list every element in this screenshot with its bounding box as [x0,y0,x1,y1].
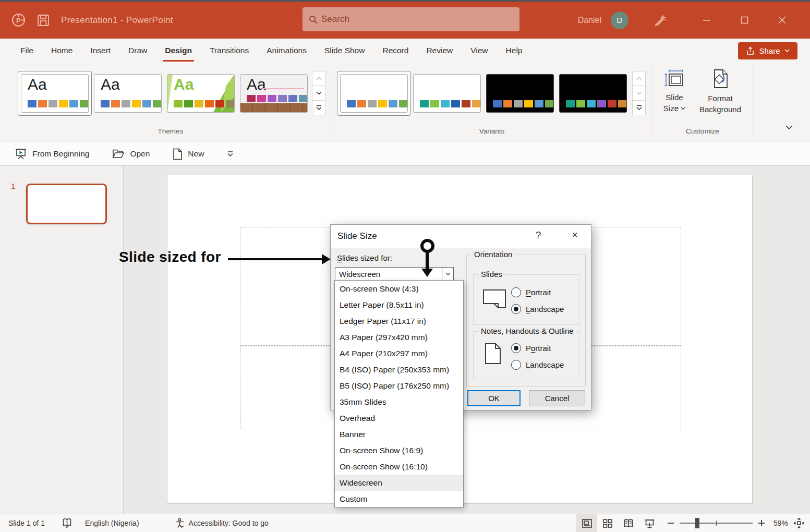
portrait-page-icon [484,342,502,365]
from-beginning-button[interactable]: From Beginning [15,148,89,160]
ribbon-tab-design[interactable]: Design [156,39,201,64]
dropdown-item-selected[interactable]: Widescreen [335,475,463,491]
dropdown-item[interactable]: Overhead [335,410,463,426]
variant-swatches [493,100,554,107]
dropdown-item[interactable]: 35mm Slides [335,394,463,410]
quickbar-more-icon[interactable] [227,151,234,157]
theme-thumbnail-facet[interactable]: Aa [167,74,235,113]
slide-size-icon [664,69,685,88]
variant-swatches [566,100,627,107]
share-chevron-icon [784,49,790,53]
theme-swatches [174,100,235,107]
ribbon-tab-view[interactable]: View [462,39,497,64]
accessibility-icon [175,518,185,528]
slides-sized-for-combobox[interactable]: Widescreen [335,267,454,281]
ribbon-tab-review[interactable]: Review [417,39,462,64]
open-button[interactable]: Open [112,149,150,159]
zoom-slider[interactable] [680,514,753,532]
dropdown-item[interactable]: A3 Paper (297x420 mm) [335,329,463,345]
slides-orientation-group: Slides Portrait Landscape [473,274,579,325]
zoom-in-button[interactable] [758,519,765,527]
dropdown-item[interactable]: Ledger Paper (11x17 in) [335,313,463,329]
theme-thumbnail-gallery[interactable]: Aa [240,74,308,113]
zoom-out-button[interactable] [667,519,674,527]
ribbon-tab-home[interactable]: Home [42,39,81,64]
ribbon-tab-animations[interactable]: Animations [258,39,316,64]
radio-notes-portrait[interactable] [511,343,521,353]
share-button[interactable]: Share [738,42,797,59]
titlebar: P Presentation1 - PowerPoint Search Dani… [0,0,810,39]
powerpoint-logo-icon[interactable]: P [11,13,26,27]
dropdown-item[interactable]: On-screen Show (16:9) [335,442,463,458]
ribbon-tab-transitions[interactable]: Transitions [201,39,258,64]
format-background-button[interactable]: FormatBackground [693,69,748,115]
variants-scroll-up-button[interactable] [632,71,646,86]
proofing-book-icon[interactable] [62,518,72,528]
variant-thumbnail-3[interactable] [486,74,554,113]
new-button[interactable]: New [173,148,204,160]
ribbon-tab-record[interactable]: Record [373,39,417,64]
collapse-ribbon-icon[interactable] [785,125,793,130]
dialog-help-button[interactable]: ? [532,229,545,241]
ribbon-tab-slideshow[interactable]: Slide Show [316,39,374,64]
ribbon-tab-file[interactable]: File [11,39,42,64]
combobox-value: Widescreen [335,270,380,279]
accessibility-status[interactable]: Accessibility: Good to go [189,519,269,527]
variants-more-button[interactable] [632,100,646,115]
dropdown-item[interactable]: Custom [335,491,463,507]
slide-info[interactable]: Slide 1 of 1 [8,519,45,527]
themes-scroll-down-button[interactable] [312,86,325,101]
language-status[interactable]: English (Nigeria) [85,519,139,527]
search-icon [309,15,318,24]
dialog-close-button[interactable]: × [568,229,582,241]
slide-size-dropdown-list: On-screen Show (4:3) Letter Paper (8.5x1… [334,280,464,507]
variants-scroll-down-button[interactable] [632,86,646,101]
normal-view-button[interactable] [576,514,597,532]
zoom-slider-thumb[interactable] [695,518,699,528]
maximize-button[interactable] [726,2,763,39]
ribbon-tab-insert[interactable]: Insert [81,39,119,64]
save-icon[interactable] [37,14,50,27]
dialog-titlebar[interactable]: Slide Size ? × [331,225,591,248]
slides-portrait-option[interactable]: Portrait [511,287,551,297]
avatar[interactable]: D [611,11,628,29]
user-name[interactable]: Daniel [578,16,601,25]
variant-thumbnail-2[interactable] [413,74,481,113]
fit-to-window-icon[interactable] [793,517,805,529]
cancel-button[interactable]: Cancel [529,390,585,406]
radio-slides-portrait[interactable] [511,287,521,297]
slide-sorter-view-button[interactable] [597,514,618,532]
dropdown-item[interactable]: B4 (ISO) Paper (250x353 mm) [335,361,463,378]
dropdown-item[interactable]: Banner [335,426,463,442]
notes-landscape-option[interactable]: Landscape [511,360,564,370]
variant-thumbnail-4[interactable] [559,74,627,113]
themes-scroll-up-button[interactable] [312,71,325,86]
radio-notes-landscape[interactable] [511,360,521,370]
zoom-level[interactable]: 59% [765,519,788,527]
search-placeholder: Search [321,14,349,25]
themes-more-button[interactable] [312,100,325,115]
dropdown-item[interactable]: On-screen Show (16:10) [335,458,463,475]
theme-thumbnail-office[interactable]: Aa [21,74,89,113]
slide-size-button[interactable]: Slide Size [657,69,692,114]
theme-thumbnail-office-2[interactable]: Aa [94,74,162,113]
slides-landscape-option[interactable]: Landscape [511,304,564,314]
search-box[interactable]: Search [303,7,519,31]
dropdown-item[interactable]: A4 Paper (210x297 mm) [335,345,463,361]
dropdown-item[interactable]: Letter Paper (8.5x11 in) [335,297,463,313]
reading-view-button[interactable] [618,514,639,532]
radio-slides-landscape[interactable] [511,304,521,314]
coach-icon[interactable] [654,14,667,27]
ribbon-tab-help[interactable]: Help [497,39,531,64]
ribbon-tab-draw[interactable]: Draw [119,39,156,64]
variant-thumbnail-1[interactable] [340,74,408,113]
dropdown-item[interactable]: B5 (ISO) Paper (176x250 mm) [335,378,463,394]
notes-portrait-option[interactable]: Portrait [511,343,551,353]
ok-button[interactable]: OK [467,390,521,406]
dropdown-item[interactable]: On-screen Show (4:3) [335,281,463,297]
close-button[interactable] [763,2,801,39]
slide-thumbnail-selected[interactable] [26,184,107,224]
minimize-button[interactable] [688,2,726,39]
combobox-dropdown-button[interactable] [442,268,453,281]
slideshow-view-button[interactable] [639,514,660,532]
